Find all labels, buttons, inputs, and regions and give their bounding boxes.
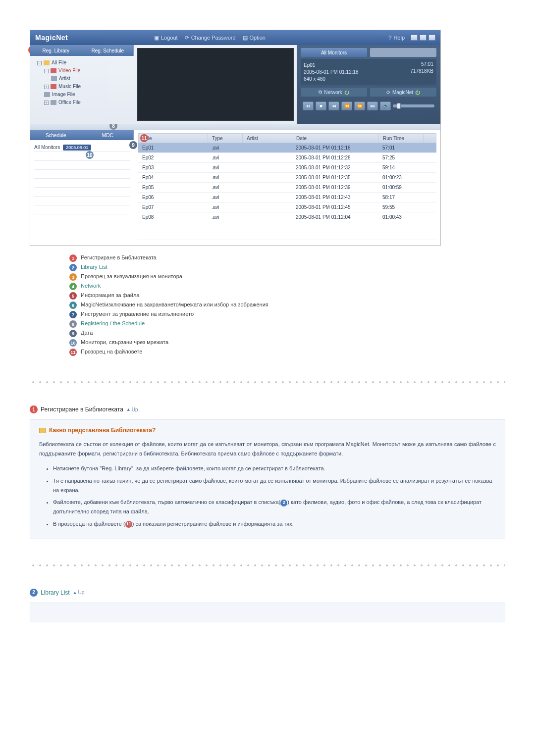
option-button[interactable]: ▤ Option [243,35,266,41]
titlebar: MagicNet ▣ Logout ⟳ Change Password ▤ Op… [30,30,440,45]
table-row[interactable]: Ep06.avi2005-08-01 PM 01:12:4358:17 [138,193,436,202]
cell-title: Ep06 [138,195,208,200]
chip-magicnet[interactable]: ⟳MagicNet⏻ [370,88,436,97]
file-size: 717818KB [410,68,433,75]
cell-type: .avi [208,175,242,180]
legend-badge: 4 [69,283,77,290]
tree-image-file[interactable]: Image File [35,91,130,99]
next-button[interactable]: ⏭ [367,101,378,110]
tree-all-file[interactable]: −All File [35,59,130,67]
section-1-list: Натиснете бутона "Reg. Library", за да и… [39,464,496,528]
legend-badge: 7 [69,311,77,318]
up-link[interactable]: ▲Up [73,590,85,595]
tree-music-file[interactable]: +Music File [35,83,130,91]
schedule-empty-row [34,179,130,188]
table-row[interactable]: Ep01.avi2005-08-01 PM 01:12:1857:01 [138,143,436,153]
forward-button[interactable]: ⏩ [354,101,365,110]
app-logo: MagicNet [35,34,68,42]
table-row[interactable]: Ep07.avi2005-08-01 PM 01:12:4559:55 [138,202,436,212]
col-date[interactable]: Date [292,134,379,143]
logout-button[interactable]: ▣ Logout [154,35,178,41]
col-run[interactable]: Run Time [379,134,424,143]
schedule-empty-row [34,170,130,179]
legend-item: 9Дата [69,330,505,337]
legend-item: 7Инструмент за управление на изпълнениет… [69,311,505,318]
tree-artist[interactable]: Artist [35,75,130,83]
cell-title: Ep08 [138,214,208,220]
playback-controls: ⏯ ■ ⏮ ⏪ ⏩ ⏭ 🔈 [301,101,436,110]
callout-10: 10 [86,151,94,159]
legend-text: Регистриране в Библиотеката [81,254,157,260]
tab-all-monitors[interactable]: All Monitors [301,48,367,57]
cell-type: .avi [208,204,242,210]
up-link[interactable]: ▲Up [126,407,138,412]
col-artist[interactable]: Artist [243,134,292,143]
legend-item: 6MagicNet/изключване на захранването/мре… [69,302,505,309]
tab-schedule[interactable]: Schedule [30,130,82,140]
cell-run: 57:25 [378,155,423,160]
table-row[interactable]: Ep02.avi2005-08-01 PM 01:12:2857:25 [138,153,436,163]
legend-text: Прозорец за визуализация на монитора [81,273,182,279]
tree-video-file[interactable]: −Video File [35,67,130,75]
cell-run: 59:55 [378,204,423,210]
legend-text: Монитори, свързани чрез мрежата [81,339,168,345]
col-type[interactable]: Type [208,134,243,143]
legend-badge: 6 [69,302,77,309]
section-1-box: Какво представлява Библиотеката? Библиот… [30,419,505,539]
cell-type: .avi [208,214,242,220]
section-1-paragraph: Библиотеката се състои от колекция от фа… [39,440,496,458]
change-password-button[interactable]: ⟳ Change Password [185,35,236,41]
tab-secondary[interactable] [370,48,436,57]
prev-button[interactable]: ⏮ [328,101,339,110]
close-button[interactable] [428,35,435,41]
tab-reg-schedule[interactable]: Reg. Schedule [82,45,134,56]
file-info-block: Ep01 2005-08-01 PM 01:12:18 640 x 480 57… [301,59,436,85]
maximize-button[interactable] [420,35,427,41]
cell-type: .avi [208,155,242,160]
legend-text: Registering / the Schedule [81,320,145,326]
legend-item: 1Регистриране в Библиотеката [69,254,505,262]
cell-type: .avi [208,145,242,151]
cell-title: Ep01 [138,145,208,151]
schedule-row[interactable]: All Monitors 2005.08.01 [34,143,130,152]
legend-text: Инструмент за управление на изпълнението [81,311,194,317]
table-row[interactable]: Ep05.avi2005-08-01 PM 01:12:3901:00:59 [138,183,436,193]
rewind-button[interactable]: ⏪ [341,101,352,110]
volume-slider[interactable] [393,104,434,107]
legend-item: 4Network [69,283,505,290]
schedule-empty-row [34,205,130,214]
chip-network[interactable]: ⧉Network⏻ [301,88,367,97]
file-runtime: 57:01 [410,61,433,68]
badge-2: 2 [30,589,38,597]
tab-mdc[interactable]: MDC [82,130,134,140]
play-pause-button[interactable]: ⏯ [303,101,314,110]
col-title[interactable]: Title [139,134,208,143]
folder-icon [39,428,46,433]
legend-badge: 3 [69,273,77,281]
table-row[interactable]: Ep08.avi2005-08-01 PM 01:12:0401:00:43 [138,212,436,222]
titlebar-center: ▣ Logout ⟳ Change Password ▤ Option [154,35,266,41]
help-button[interactable]: ? Help [388,35,405,41]
cell-date: 2005-08-01 PM 01:12:35 [292,175,378,180]
cell-date: 2005-08-01 PM 01:12:43 [292,195,378,200]
cell-date: 2005-08-01 PM 01:12:45 [292,204,378,210]
schedule-empty-row [34,188,130,197]
cell-title: Ep05 [138,185,208,190]
inline-badge-11: 11 [125,521,132,528]
library-tree: −All File −Video File Artist +Music File… [30,56,134,109]
table-row[interactable]: Ep04.avi2005-08-01 PM 01:12:3501:00:23 [138,173,436,183]
schedule-label: All Monitors [34,145,60,150]
tab-reg-library[interactable]: Reg. Library [30,45,82,56]
mute-button[interactable]: 🔈 [380,101,391,110]
table-row[interactable]: Ep03.avi2005-08-01 PM 01:12:3259:14 [138,163,436,173]
minimize-button[interactable] [411,35,418,41]
monitor-preview [137,48,294,121]
cell-title: Ep07 [138,204,208,210]
stop-button[interactable]: ■ [316,101,326,110]
schedule-empty-row [34,152,130,161]
legend-text: Информация за файла [81,292,139,298]
cell-type: .avi [208,185,242,190]
inline-badge-2: 2 [280,500,287,506]
legend-badge: 11 [69,349,77,356]
tree-office-file[interactable]: +Office File [35,99,130,106]
